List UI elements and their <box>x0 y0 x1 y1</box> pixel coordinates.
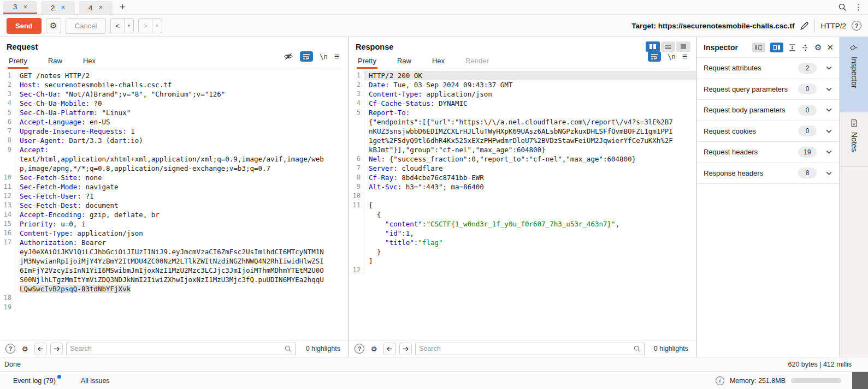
newline-chars-icon[interactable]: \n <box>668 53 675 61</box>
status-bar: Done 620 bytes | 412 millis <box>0 357 868 372</box>
new-tab-button[interactable]: + <box>116 2 131 14</box>
inspector-panel: Inspector ⚙ ✕ Request attributes 2 Reque… <box>697 37 840 357</box>
word-wrap-icon[interactable] <box>300 51 313 62</box>
notification-dot <box>57 375 61 379</box>
tab-label: 3 <box>13 3 17 11</box>
search-settings-gear-icon[interactable]: ⚙ <box>19 343 31 355</box>
search-settings-gear-icon[interactable]: ⚙ <box>368 343 380 355</box>
repeater-toolbar: Send ⚙ Cancel < ▾ > ▾ Target: https://se… <box>0 15 868 37</box>
search-icon[interactable] <box>838 3 847 11</box>
forward-dropdown-icon[interactable]: ▾ <box>152 19 162 33</box>
chevron-down-icon <box>825 129 832 134</box>
protocol-label[interactable]: HTTP/2 <box>820 22 846 30</box>
inspector-section-request-attributes[interactable]: Request attributes 2 <box>697 58 839 79</box>
search-next-button[interactable] <box>50 343 63 355</box>
send-settings-gear-icon[interactable]: ⚙ <box>46 18 61 33</box>
resize-grip[interactable] <box>852 372 868 389</box>
highlights-count: 0 highlights <box>306 345 343 352</box>
search-input[interactable] <box>419 345 633 352</box>
forward-arrow-icon[interactable]: > <box>139 19 152 33</box>
inspector-section-request-body-parameters[interactable]: Request body parameters 0 <box>697 100 839 121</box>
menu-kebab-icon[interactable]: ⋮ <box>854 2 863 12</box>
chevron-down-icon <box>825 149 832 154</box>
all-issues-button[interactable]: All issues <box>81 377 110 385</box>
response-timing: 620 bytes | 412 millis <box>788 361 861 368</box>
editor-menu-icon[interactable]: ≡ <box>682 52 687 62</box>
info-icon[interactable]: i <box>716 376 724 385</box>
inspector-section-request-query-parameters[interactable]: Request query parameters 0 <box>697 79 839 100</box>
event-log-button[interactable]: Event log (79) <box>13 377 56 385</box>
response-tab-hex[interactable]: Hex <box>431 56 446 69</box>
word-wrap-icon[interactable] <box>648 51 661 62</box>
inspector-section-request-cookies[interactable]: Request cookies 0 <box>697 121 839 142</box>
highlights-count: 0 highlights <box>654 345 690 352</box>
inspector-layout-right-icon[interactable] <box>770 43 783 52</box>
request-search-bar: ? ⚙ 0 highlights <box>0 340 348 357</box>
expand-all-icon[interactable] <box>788 44 796 52</box>
request-panel: Request Pretty Raw Hex \n ≡ <box>0 37 349 357</box>
repeater-tab-2[interactable]: 2 × <box>41 1 75 14</box>
count-badge: 0 <box>798 105 817 116</box>
pin-icon[interactable] <box>850 44 858 52</box>
forward-history-button[interactable]: > ▾ <box>138 18 162 33</box>
search-help-icon[interactable]: ? <box>355 344 364 354</box>
inspector-settings-gear-icon[interactable]: ⚙ <box>814 43 822 52</box>
inspector-title: Inspector <box>704 43 738 52</box>
search-icon <box>633 345 641 352</box>
repeater-tab-bar: 3 × 2 × 4 × + ⋮ <box>0 0 868 15</box>
search-prev-button[interactable] <box>34 343 47 355</box>
hide-nonprintable-eye-off-icon[interactable] <box>284 52 293 61</box>
inspector-section-response-headers[interactable]: Response headers 8 <box>697 163 839 184</box>
burp-repeater-window: 3 × 2 × 4 × + ⋮ Send ⚙ Cancel < ▾ > ▾ <box>0 0 868 389</box>
repeater-tab-4[interactable]: 4 × <box>79 1 113 14</box>
back-arrow-icon[interactable]: < <box>111 19 124 33</box>
close-tab-icon[interactable]: × <box>61 4 65 11</box>
search-prev-button[interactable] <box>383 343 396 355</box>
close-tab-icon[interactable]: × <box>99 4 103 11</box>
edit-target-pencil-icon[interactable] <box>800 21 809 31</box>
search-next-button[interactable] <box>399 343 412 355</box>
search-input[interactable] <box>70 345 284 352</box>
search-help-icon[interactable]: ? <box>5 344 15 354</box>
tab-label: 2 <box>51 4 55 12</box>
inspector-section-request-headers[interactable]: Request headers 19 <box>697 142 839 163</box>
inspector-close-icon[interactable]: ✕ <box>826 43 834 52</box>
bottom-bar: Event log (79) All issues i Memory: 251.… <box>0 372 868 389</box>
response-tab-pretty[interactable]: Pretty <box>357 56 377 69</box>
layout-rows-icon[interactable] <box>661 41 675 52</box>
request-title: Request <box>7 43 341 51</box>
memory-bar <box>791 378 841 383</box>
layout-single-icon[interactable] <box>676 41 690 52</box>
collapse-all-icon[interactable] <box>801 44 810 52</box>
request-tab-raw[interactable]: Raw <box>47 56 63 69</box>
side-tab-notes[interactable]: Notes <box>840 112 868 167</box>
divider <box>814 20 815 32</box>
inspector-layout-left-icon[interactable] <box>752 43 765 52</box>
cancel-button[interactable]: Cancel <box>66 18 106 34</box>
request-editor[interactable]: 1GET /notes HTTP/22Host: securenotesmobi… <box>0 69 348 340</box>
request-tab-hex[interactable]: Hex <box>82 56 97 69</box>
count-badge: 0 <box>798 83 817 94</box>
request-tab-pretty[interactable]: Pretty <box>8 56 28 69</box>
response-title: Response <box>356 43 689 51</box>
help-icon[interactable]: ? <box>852 21 861 31</box>
close-tab-icon[interactable]: × <box>23 3 27 11</box>
back-dropdown-icon[interactable]: ▾ <box>124 19 134 33</box>
tab-label: 4 <box>88 4 92 12</box>
response-tab-render[interactable]: Render <box>464 56 490 69</box>
target-url: Target: https://securenotesmobile-challs… <box>631 22 794 30</box>
response-editor[interactable]: 1HTTP/2 200 OK2Date: Tue, 03 Sep 2024 09… <box>349 69 696 340</box>
count-badge: 19 <box>798 147 817 158</box>
repeater-tab-3[interactable]: 3 × <box>3 1 37 14</box>
count-badge: 0 <box>798 125 817 136</box>
count-badge: 2 <box>798 63 817 74</box>
response-tab-raw[interactable]: Raw <box>396 56 412 69</box>
layout-columns-icon[interactable] <box>646 41 660 52</box>
editor-menu-icon[interactable]: ≡ <box>334 52 339 62</box>
newline-chars-icon[interactable]: \n <box>320 53 327 61</box>
chevron-down-icon <box>825 107 832 112</box>
side-tab-strip: Inspector Notes <box>840 37 868 357</box>
back-history-button[interactable]: < ▾ <box>110 18 134 33</box>
side-tab-inspector[interactable]: Inspector <box>840 37 868 112</box>
send-button[interactable]: Send <box>7 18 42 34</box>
